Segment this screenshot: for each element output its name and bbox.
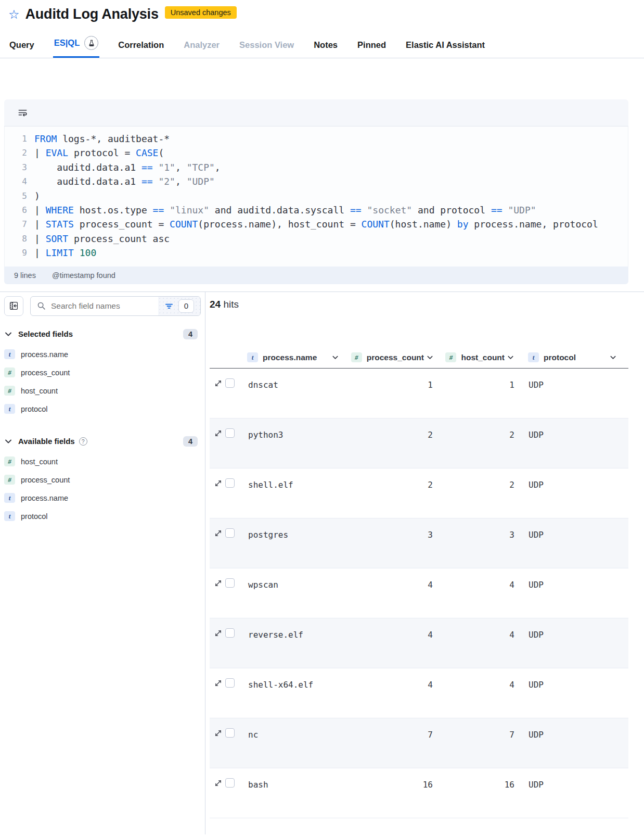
- field-item[interactable]: t protocol: [4, 509, 201, 524]
- cell-host-count[interactable]: 16: [439, 768, 520, 790]
- line-number: 5: [5, 189, 27, 203]
- column-header-protocol[interactable]: t protocol: [520, 352, 628, 362]
- help-icon[interactable]: ?: [79, 437, 87, 446]
- cell-process-name[interactable]: bash: [244, 768, 354, 790]
- field-section-header[interactable]: Selected fields ? 4: [4, 327, 201, 341]
- cell-process-name[interactable]: nc: [244, 718, 354, 740]
- field-section-header[interactable]: Available fields ? 4: [4, 435, 201, 448]
- cell-process-name[interactable]: reverse.elf: [244, 618, 354, 640]
- chevron-down-icon[interactable]: [609, 353, 617, 361]
- hits-label: hits: [223, 299, 239, 310]
- word-wrap-button[interactable]: [18, 108, 28, 118]
- field-name: host_count: [21, 458, 58, 466]
- row-checkbox[interactable]: [225, 578, 235, 588]
- field-item[interactable]: t protocol: [4, 401, 201, 417]
- row-checkbox[interactable]: [225, 628, 235, 638]
- cell-host-count[interactable]: 1: [439, 369, 520, 390]
- tab-correlation[interactable]: Correlation: [117, 33, 165, 58]
- cell-host-count[interactable]: 4: [439, 618, 520, 640]
- cell-process-count[interactable]: 7: [354, 718, 439, 740]
- field-item[interactable]: t process.name: [4, 347, 201, 362]
- cell-host-count[interactable]: 2: [439, 468, 520, 490]
- tab-elastic-ai-assistant[interactable]: Elastic AI Assistant: [405, 33, 486, 58]
- cell-process-count[interactable]: 3: [354, 518, 439, 540]
- code-area[interactable]: 1 FROM logs-*, auditbeat-* 2 | EVAL prot…: [4, 126, 628, 267]
- cell-protocol[interactable]: UDP: [520, 618, 628, 640]
- cell-process-name[interactable]: python3: [244, 418, 354, 440]
- tab-analyzer: Analyzer: [183, 33, 221, 58]
- tech-preview-beaker-icon[interactable]: [84, 36, 98, 50]
- field-type-icon: #: [4, 475, 15, 485]
- row-checkbox[interactable]: [225, 728, 235, 738]
- column-header-host-count[interactable]: # host_count: [439, 352, 520, 362]
- cell-process-count[interactable]: 4: [354, 568, 439, 590]
- expand-row-button[interactable]: [213, 578, 223, 588]
- cell-process-name[interactable]: postgres: [244, 518, 354, 540]
- chevron-down-icon[interactable]: [507, 353, 514, 361]
- cell-protocol[interactable]: UDP: [520, 468, 628, 490]
- expand-row-button[interactable]: [213, 628, 223, 638]
- field-item[interactable]: # host_count: [4, 454, 201, 470]
- cell-process-name[interactable]: shell-x64.elf: [244, 668, 354, 690]
- line-number: 9: [5, 246, 27, 260]
- expand-row-button[interactable]: [213, 728, 223, 738]
- expand-row-button[interactable]: [213, 378, 223, 388]
- cell-host-count[interactable]: 4: [439, 668, 520, 690]
- cell-host-count[interactable]: 2: [439, 418, 520, 440]
- field-item[interactable]: # process_count: [4, 365, 201, 381]
- expand-row-button[interactable]: [213, 778, 223, 788]
- cell-host-count[interactable]: 3: [439, 518, 520, 540]
- field-count-badge: 4: [183, 436, 198, 447]
- field-name: process_count: [21, 476, 70, 484]
- field-item[interactable]: t process.name: [4, 490, 201, 506]
- cell-process-count[interactable]: 4: [354, 618, 439, 640]
- tab-query[interactable]: Query: [8, 33, 35, 58]
- cell-process-count[interactable]: 4: [354, 668, 439, 690]
- tab-pinned[interactable]: Pinned: [356, 33, 387, 58]
- expand-row-button[interactable]: [213, 478, 223, 488]
- column-header-process-count[interactable]: # process_count: [354, 352, 439, 362]
- cell-process-count[interactable]: 2: [354, 418, 439, 440]
- tab-esql[interactable]: ES|QL: [53, 29, 100, 58]
- row-checkbox[interactable]: [225, 778, 235, 788]
- cell-process-count[interactable]: 16: [354, 768, 439, 790]
- row-checkbox[interactable]: [225, 428, 235, 438]
- favorite-star-icon[interactable]: ☆: [8, 8, 20, 21]
- cell-process-count[interactable]: 1: [354, 369, 439, 390]
- chevron-down-icon[interactable]: [426, 353, 434, 361]
- column-label: host_count: [461, 353, 505, 362]
- collapse-fields-panel-button[interactable]: [4, 296, 23, 316]
- cell-protocol[interactable]: UDP: [520, 518, 628, 540]
- expand-row-button[interactable]: [213, 428, 223, 438]
- row-checkbox[interactable]: [225, 528, 235, 538]
- cell-host-count[interactable]: 7: [439, 718, 520, 740]
- expand-row-button[interactable]: [213, 678, 223, 688]
- cell-host-count[interactable]: 4: [439, 568, 520, 590]
- cell-process-count[interactable]: 2: [354, 468, 439, 490]
- field-item[interactable]: # host_count: [4, 383, 201, 399]
- cell-process-name[interactable]: shell.elf: [244, 468, 354, 490]
- field-type-icon: t: [4, 493, 15, 503]
- results-panel: 24 hits t process.name # process_count #…: [205, 292, 644, 834]
- column-header-process-name[interactable]: t process.name: [244, 352, 354, 362]
- cell-protocol[interactable]: UDP: [520, 568, 628, 590]
- field-item[interactable]: # process_count: [4, 472, 201, 488]
- cell-protocol[interactable]: UDP: [520, 718, 628, 740]
- line-count-status: 9 lines: [14, 271, 36, 280]
- cell-process-name[interactable]: dnscat: [244, 369, 354, 390]
- cell-protocol[interactable]: UDP: [520, 418, 628, 440]
- cell-process-name[interactable]: wpscan: [244, 568, 354, 590]
- field-filter-button[interactable]: 0: [158, 297, 200, 315]
- tab-notes[interactable]: Notes: [313, 33, 339, 58]
- search-field-names-input[interactable]: [46, 301, 158, 311]
- cell-protocol[interactable]: UDP: [520, 768, 628, 790]
- expand-row-button[interactable]: [213, 528, 223, 538]
- chevron-down-icon[interactable]: [331, 353, 339, 361]
- cell-protocol[interactable]: UDP: [520, 668, 628, 690]
- row-checkbox[interactable]: [225, 478, 235, 488]
- row-checkbox[interactable]: [225, 678, 235, 688]
- cell-protocol[interactable]: UDP: [520, 369, 628, 390]
- field-name: process.name: [21, 494, 68, 502]
- filter-count-badge: 0: [178, 299, 194, 313]
- row-checkbox[interactable]: [225, 378, 235, 388]
